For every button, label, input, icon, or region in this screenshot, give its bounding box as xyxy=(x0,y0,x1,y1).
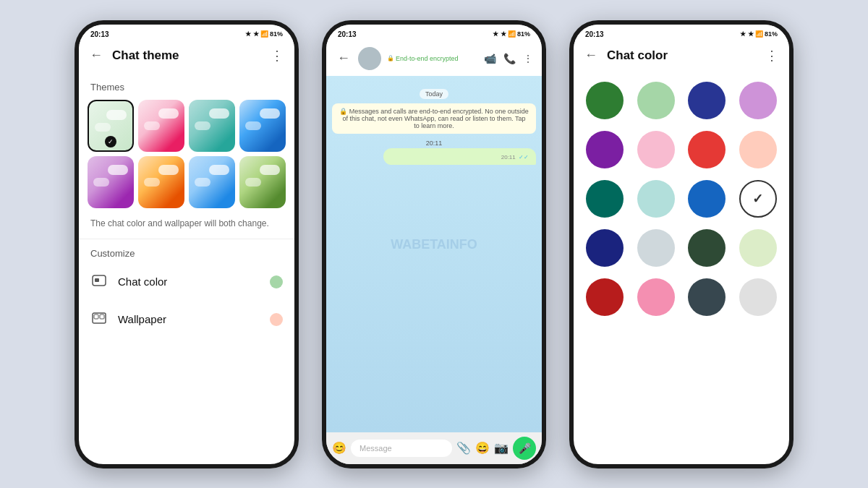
attachment-icon[interactable]: 📎 xyxy=(456,441,471,455)
theme-bubble-7 xyxy=(209,165,229,175)
phone-3-screen: 20:13 ★ ★ 📶 81% ← Chat color ⋮ xyxy=(574,25,789,464)
color-peach[interactable] xyxy=(739,131,777,168)
date-badge: Today xyxy=(332,86,536,99)
screen-title-1: Chat theme xyxy=(112,48,261,63)
time-3: 20:13 xyxy=(585,30,604,38)
encryption-notice[interactable]: 🔒 Messages and calls are end-to-end encr… xyxy=(332,103,536,134)
phone-2: 20:13 ★ ★ 📶 81% ← 🔒 End-to-end encrypted… xyxy=(322,20,546,468)
color-dark-blue[interactable] xyxy=(688,82,726,119)
chat-input[interactable]: Message xyxy=(351,440,452,457)
color-teal[interactable] xyxy=(586,180,624,218)
color-blue[interactable] xyxy=(688,180,726,218)
theme-bubble2-5 xyxy=(93,178,109,187)
theme-item-4[interactable] xyxy=(239,100,286,152)
tick-icon: ✓✓ xyxy=(519,154,529,160)
theme-bubble-6 xyxy=(158,165,179,175)
color-coral[interactable] xyxy=(688,131,726,168)
status-bar-3: 20:13 ★ ★ 📶 81% xyxy=(574,25,789,41)
wifi-icon-3: 📶 xyxy=(755,30,763,38)
svg-rect-1 xyxy=(95,278,99,282)
color-light-blue-gray[interactable] xyxy=(637,229,675,267)
color-purple[interactable] xyxy=(586,131,624,168)
lock-icon: 🔒 xyxy=(387,55,394,61)
chat-color-item[interactable]: Chat color xyxy=(79,263,294,301)
theme-item-1[interactable] xyxy=(88,100,134,152)
color-lavender[interactable] xyxy=(739,82,777,119)
theme-bubble-5 xyxy=(108,165,128,175)
color-green[interactable] xyxy=(586,82,624,119)
app-bar-3: ← Chat color ⋮ xyxy=(574,41,789,70)
chat-header-icons: 📹 📞 ⋮ xyxy=(484,53,533,64)
customize-label: Customize xyxy=(79,242,294,263)
wifi-icon: 📶 xyxy=(260,30,268,38)
color-grid xyxy=(574,70,789,328)
status-bar-2: 20:13 ★ ★ 📶 81% xyxy=(326,25,542,41)
theme-bubble2-2 xyxy=(144,121,160,130)
color-dark-green[interactable] xyxy=(688,229,726,267)
chat-title-area: 🔒 End-to-end encrypted xyxy=(387,55,478,62)
theme-info-text: The chat color and wallpaper will both c… xyxy=(79,211,294,236)
theme-bubble2-4 xyxy=(245,121,261,130)
sticker-icon[interactable]: 😄 xyxy=(475,441,490,455)
phone-3: 20:13 ★ ★ 📶 81% ← Chat color ⋮ xyxy=(569,20,793,468)
status-icons-2: ★ ★ 📶 81% xyxy=(493,30,530,38)
signal-icon-3: ★ ★ xyxy=(740,30,754,38)
color-light-green[interactable] xyxy=(637,82,675,119)
color-mint[interactable] xyxy=(637,180,675,218)
more-button-1[interactable]: ⋮ xyxy=(268,47,286,64)
chat-header: ← 🔒 End-to-end encrypted 📹 📞 ⋮ xyxy=(326,41,542,76)
theme-item-8[interactable] xyxy=(239,156,286,208)
color-white-selected[interactable] xyxy=(739,180,777,218)
more-icon-chat[interactable]: ⋮ xyxy=(523,53,533,64)
theme-bubble-2 xyxy=(158,108,179,119)
theme-bubble-4 xyxy=(260,108,280,119)
svg-rect-3 xyxy=(94,314,98,319)
theme-item-7[interactable] xyxy=(189,156,235,208)
wifi-icon-2: 📶 xyxy=(508,30,516,38)
wallpaper-icon xyxy=(90,311,108,328)
color-navy[interactable] xyxy=(586,229,624,267)
chat-color-preview xyxy=(270,275,283,288)
svg-rect-4 xyxy=(100,314,104,319)
color-pale-green[interactable] xyxy=(739,229,777,267)
time-2: 20:13 xyxy=(338,30,357,38)
phone-2-screen: 20:13 ★ ★ 📶 81% ← 🔒 End-to-end encrypted… xyxy=(326,25,542,464)
app-bar-1: ← Chat theme ⋮ xyxy=(79,41,294,70)
divider-1 xyxy=(79,239,294,239)
screen-title-3: Chat color xyxy=(607,48,756,63)
themes-section-label: Themes xyxy=(79,76,294,97)
more-button-3[interactable]: ⋮ xyxy=(763,47,780,64)
themes-grid xyxy=(79,97,294,211)
status-icons-1: ★ ★ 📶 81% xyxy=(245,30,283,38)
chat-color-icon xyxy=(90,273,108,291)
battery-2: 81% xyxy=(517,30,530,38)
mic-button[interactable]: 🎤 xyxy=(513,437,536,460)
color-dark-gray[interactable] xyxy=(688,278,726,316)
signal-icon: ★ ★ xyxy=(245,30,259,38)
msg-bubble-sent: 20:11 ✓✓ xyxy=(383,148,537,165)
emoji-icon[interactable]: 😊 xyxy=(332,441,346,455)
back-button-3[interactable]: ← xyxy=(582,47,600,64)
theme-bubble2-1 xyxy=(95,123,111,132)
camera-icon[interactable]: 📷 xyxy=(494,441,509,455)
back-button-2[interactable]: ← xyxy=(335,50,352,67)
phone-1-screen: 20:13 ★ ★ 📶 81% ← Chat theme ⋮ Themes xyxy=(79,25,294,464)
theme-bubble-3 xyxy=(209,108,229,119)
theme-item-3[interactable] xyxy=(189,100,235,152)
theme-bubble-1 xyxy=(106,110,127,120)
encryption-status: 🔒 End-to-end encrypted xyxy=(387,55,478,62)
wallpaper-item[interactable]: Wallpaper xyxy=(79,301,294,338)
status-icons-3: ★ ★ 📶 81% xyxy=(740,30,778,38)
color-light-pink[interactable] xyxy=(637,278,675,316)
color-light-gray[interactable] xyxy=(739,278,777,316)
video-icon[interactable]: 📹 xyxy=(484,53,496,64)
color-pink-light[interactable] xyxy=(637,131,675,168)
theme-item-2[interactable] xyxy=(138,100,184,152)
theme-item-6[interactable] xyxy=(138,156,184,208)
theme-item-5[interactable] xyxy=(88,156,134,208)
call-icon[interactable]: 📞 xyxy=(503,53,516,64)
color-dark-red[interactable] xyxy=(586,278,624,316)
back-button-1[interactable]: ← xyxy=(88,47,105,64)
status-bar-1: 20:13 ★ ★ 📶 81% xyxy=(79,25,294,41)
battery-1: 81% xyxy=(270,30,283,38)
